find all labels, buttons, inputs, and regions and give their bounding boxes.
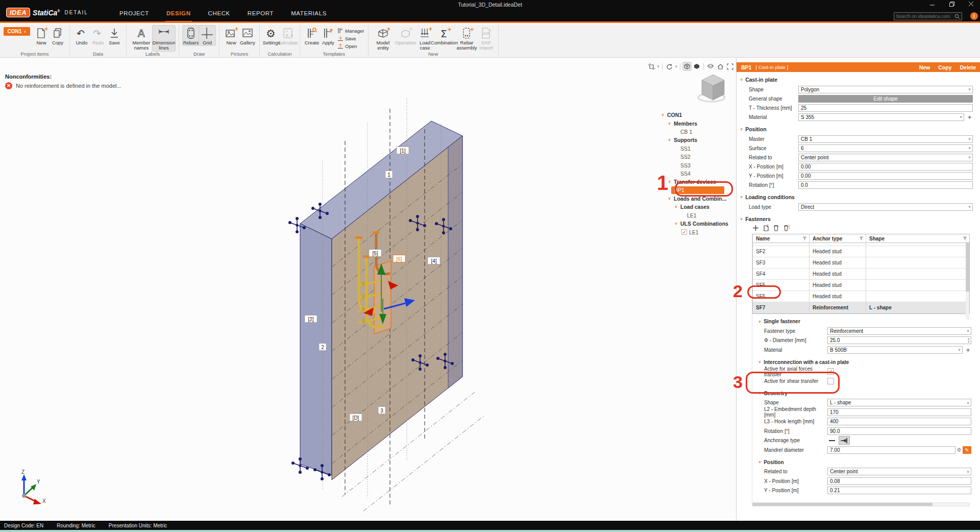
fastener-related-to-select[interactable]: Center point∨ — [827, 468, 971, 475]
add-fastener-icon[interactable] — [752, 224, 760, 232]
tab-project[interactable]: PROJECT — [118, 7, 150, 23]
table-row-selected[interactable]: SF7ReinforcementL - shape — [753, 302, 969, 313]
ribbon-save[interactable]: Save — [106, 26, 122, 45]
search-input[interactable] — [896, 14, 954, 19]
y-position-input[interactable]: 0.00 — [798, 172, 973, 180]
close-button[interactable] — [968, 1, 975, 7]
anchorage-straight-button[interactable] — [827, 437, 838, 444]
surface-select[interactable]: 6∨ — [798, 144, 973, 152]
ribbon-operation[interactable]: + Operation — [395, 26, 417, 45]
ribbon-dimension-lines[interactable]: Dimension lines — [153, 26, 175, 51]
add-material-button[interactable]: + — [966, 113, 973, 121]
tree-le1-combination[interactable]: LE1 — [662, 228, 736, 236]
rotate-view-button[interactable] — [665, 62, 673, 70]
panel-delete-button[interactable]: Delete — [960, 64, 976, 70]
edit-mandrel-button[interactable]: ✎ — [963, 446, 971, 454]
ribbon-rebars[interactable]: Rebars — [183, 26, 199, 45]
fastener-type-select[interactable]: Reinforcement∨ — [827, 327, 971, 335]
tree-transfer-devices[interactable]: ∨Transfer devices — [662, 178, 736, 186]
ribbon-settings[interactable]: ⚙ Settings — [263, 26, 280, 45]
diameter-stepper[interactable]: 25.0∧∨ — [827, 336, 971, 344]
ribbon-picture-new[interactable]: + New — [223, 26, 239, 45]
tree-ss1[interactable]: SS1 — [662, 144, 736, 153]
ribbon-new-project-item[interactable]: + New — [33, 26, 50, 45]
tab-report[interactable]: REPORT — [247, 7, 275, 23]
geometry-shape-select[interactable]: L - shape∨ — [827, 399, 971, 406]
column-name[interactable]: Name — [753, 234, 810, 243]
wireframe-view-button[interactable] — [683, 62, 691, 70]
fastener-material-select[interactable]: B 500B∨ — [827, 346, 963, 354]
master-select[interactable]: CB 1∨ — [798, 135, 973, 143]
ribbon-calculate[interactable]: + −× ÷ Calculate — [280, 26, 296, 45]
ribbon-dxf-import[interactable]: DXF DXF Import — [478, 26, 495, 51]
related-to-select[interactable]: Center point∨ — [798, 154, 973, 161]
panel-new-button[interactable]: New — [919, 64, 930, 70]
ribbon-template-apply[interactable]: Apply — [320, 26, 336, 45]
anchorage-hook-button[interactable] — [839, 437, 849, 444]
section-interconnection[interactable]: ∨Interconnection with a cast-in plate — [758, 359, 972, 365]
edit-shape-button[interactable]: Edit shape — [798, 95, 973, 103]
tab-design[interactable]: DESIGN — [165, 7, 192, 23]
rotate-dropdown-icon[interactable]: ∨ — [675, 64, 677, 68]
delete-fastener-icon[interactable] — [772, 224, 780, 232]
geometry-rotation-input[interactable]: 90.0 — [827, 427, 971, 435]
ribbon-gallery[interactable]: Gallery — [239, 26, 256, 45]
table-scrollbar[interactable] — [966, 243, 969, 320]
x-position-input[interactable]: 0.00 — [798, 163, 973, 171]
hook-length-input[interactable]: 400 — [827, 418, 971, 425]
tab-check[interactable]: CHECK — [207, 7, 231, 23]
tree-bp1-selected[interactable]: BP1 — [662, 186, 736, 195]
copy-fastener-icon[interactable] — [762, 224, 770, 232]
section-geometry[interactable]: ∨Geometry — [758, 391, 972, 396]
tree-ss2[interactable]: SS2 — [662, 153, 736, 161]
view-cube[interactable] — [698, 75, 725, 102]
section-view-button[interactable] — [706, 62, 715, 70]
home-view-button[interactable] — [716, 62, 724, 70]
section-loading-conditions[interactable]: ∨Loading conditions — [740, 194, 980, 200]
tree-uls-combinations[interactable]: ∨ULS Combinations — [662, 220, 736, 228]
tree-le1[interactable]: LE1 — [662, 211, 736, 220]
rotation-input[interactable]: 0.0 — [798, 181, 973, 189]
ribbon-template-create[interactable]: Create — [304, 26, 320, 45]
ribbon-template-save[interactable]: Save — [337, 35, 364, 42]
section-fastener-position[interactable]: ∨Position — [758, 460, 972, 465]
add-fastener-material-button[interactable]: + — [965, 346, 971, 354]
column-shape[interactable]: Shape — [866, 234, 969, 243]
ribbon-template-manager[interactable]: Manager — [337, 27, 364, 34]
tree-ss4[interactable]: SS4 — [662, 170, 736, 178]
crop-view-button[interactable] — [647, 62, 655, 70]
load-type-select[interactable]: Direct∨ — [798, 203, 973, 211]
ribbon-copy-project-item[interactable]: Copy — [50, 26, 66, 45]
tree-load-cases[interactable]: ∨Load cases — [662, 203, 736, 211]
ribbon-redo[interactable]: ↷ Redo — [90, 26, 106, 45]
material-select[interactable]: S 355∨ — [798, 113, 964, 121]
context-item-dropdown[interactable]: CON1∨ — [4, 27, 30, 36]
table-row[interactable]: SF3Headed stud — [753, 257, 969, 269]
tree-members[interactable]: ∨Members — [662, 119, 736, 127]
search-box[interactable] — [894, 12, 962, 20]
info-icon[interactable]: i — [970, 12, 978, 20]
ribbon-rebar-assembly[interactable]: + Rebar assembly — [456, 26, 478, 51]
horizontal-scrollbar[interactable] — [752, 502, 970, 506]
model-canvas[interactable]: [1] 1 [2] 2 [5] [6] [4] [D] 3 — [0, 58, 736, 521]
ribbon-grid[interactable]: Grid — [199, 26, 215, 45]
ribbon-undo[interactable]: ↶ Undo — [74, 26, 90, 45]
axial-transfer-checkbox[interactable] — [827, 368, 834, 375]
ribbon-member-names[interactable]: A Member names — [130, 26, 153, 51]
fastener-x-position-input[interactable]: 0.08 — [827, 477, 971, 485]
mandrel-diameter-input[interactable]: 7.00 — [827, 446, 955, 454]
tree-supports[interactable]: ∨Supports — [662, 136, 736, 144]
thickness-input[interactable]: 25 — [798, 104, 973, 112]
embedment-depth-input[interactable]: 170 — [827, 408, 971, 416]
panel-copy-button[interactable]: Copy — [938, 64, 951, 70]
fit-view-button[interactable] — [726, 62, 734, 70]
ribbon-template-open[interactable]: Open — [337, 42, 364, 50]
tree-loads[interactable]: ∨Loads and Combin... — [662, 195, 736, 203]
ribbon-load-case[interactable]: + Load case — [417, 26, 433, 51]
column-anchor-type[interactable]: Anchor type — [810, 234, 866, 243]
section-fasteners[interactable]: ∨Fasteners — [740, 216, 980, 222]
table-row[interactable]: SF4Headed stud — [753, 269, 969, 280]
restore-button[interactable] — [948, 1, 955, 7]
checkbox-checked-icon[interactable] — [681, 229, 687, 235]
ribbon-combination[interactable]: Σ+ Combination — [433, 26, 456, 45]
